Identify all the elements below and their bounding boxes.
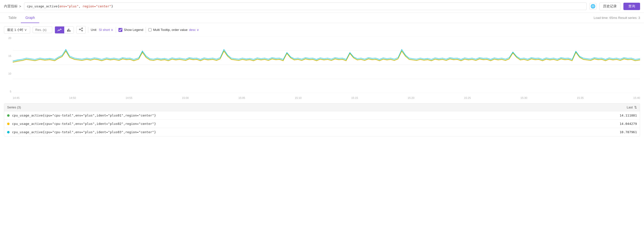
series-value-3: 10.787961 bbox=[608, 130, 637, 134]
series-value-2: 14.044279 bbox=[608, 122, 637, 126]
series-line-1 bbox=[13, 51, 640, 62]
series-header-last: Last ⇅ bbox=[608, 106, 637, 109]
x-label-1505: 15:05 bbox=[238, 96, 245, 99]
breadcrumb-text: 内置指标 bbox=[4, 4, 18, 8]
globe-icon[interactable]: 🌐 bbox=[590, 3, 596, 10]
x-label-1450: 14:50 bbox=[69, 96, 76, 99]
x-label-1520: 15:20 bbox=[408, 96, 414, 99]
show-legend-label: Show Legend bbox=[124, 28, 144, 32]
query-input[interactable]: cpu_usage_active{env="plus", region="cen… bbox=[24, 2, 586, 10]
x-label-1445: 14:45 bbox=[13, 96, 20, 99]
share-icon bbox=[79, 28, 83, 32]
y-label-10: 10 bbox=[8, 72, 11, 75]
x-label-1510: 15:10 bbox=[295, 96, 302, 99]
x-label-1535: 15:35 bbox=[577, 96, 584, 99]
tabs-bar: Table Graph Load time: 65ms Result serie… bbox=[0, 13, 644, 23]
svg-point-5 bbox=[79, 29, 80, 30]
series-table: Series (3) Last ⇅ cpu_usage_active{cpu="… bbox=[4, 103, 640, 136]
series-header: Series (3) Last ⇅ bbox=[4, 104, 640, 111]
series-row[interactable]: cpu_usage_active{cpu="cpu-total",env="pl… bbox=[4, 111, 640, 120]
unit-select[interactable]: SI short ∨ bbox=[99, 28, 113, 32]
multi-tooltip-toggle[interactable]: Multi Tooltip, order value desc ∨ bbox=[148, 28, 199, 32]
svg-line-7 bbox=[80, 30, 82, 30]
series-dot-2 bbox=[7, 123, 10, 125]
unit-label: Unit bbox=[91, 28, 96, 32]
series-dot-1 bbox=[7, 114, 10, 117]
chart-wrap: 20 15 10 5 14:45 bbox=[4, 36, 640, 100]
series-value-1: 14.111881 bbox=[608, 114, 637, 117]
svg-point-3 bbox=[82, 28, 83, 29]
chart-type-buttons bbox=[55, 26, 74, 34]
history-button[interactable]: 历史记录 bbox=[599, 2, 620, 10]
series-line-2 bbox=[13, 52, 640, 62]
series-header-name: Series (3) bbox=[7, 106, 608, 109]
series-row[interactable]: cpu_usage_active{cpu="cpu-total",env="pl… bbox=[4, 120, 640, 128]
controls-bar: 最近 1 小时 ∨ Unit SI short ∨ Show Leg bbox=[0, 23, 644, 36]
svg-rect-1 bbox=[68, 29, 69, 32]
query-button[interactable]: 查询 bbox=[624, 3, 640, 10]
x-label-1540: 15:40 bbox=[633, 96, 640, 99]
share-button[interactable] bbox=[76, 26, 86, 34]
y-label-5: 5 bbox=[10, 90, 11, 93]
x-label-1525: 15:25 bbox=[464, 96, 471, 99]
sort-icon[interactable]: ⇅ bbox=[634, 106, 637, 109]
series-name-2: cpu_usage_active{cpu="cpu-total",env="pl… bbox=[12, 122, 608, 126]
x-label-1500: 15:00 bbox=[182, 96, 189, 99]
breadcrumb: 内置指标 > bbox=[4, 4, 21, 8]
chart-container: 20 15 10 5 14:45 bbox=[0, 36, 644, 100]
x-label-1455: 14:55 bbox=[126, 96, 132, 99]
y-label-15: 15 bbox=[8, 54, 11, 58]
bar-chart-button[interactable] bbox=[64, 26, 74, 33]
svg-point-4 bbox=[82, 30, 83, 31]
tab-table[interactable]: Table bbox=[4, 13, 21, 23]
breadcrumb-sep: > bbox=[19, 4, 21, 8]
svg-rect-0 bbox=[67, 30, 68, 32]
multi-tooltip-checkbox[interactable] bbox=[148, 28, 152, 32]
meta-info: Load time: 65ms Result series: 3 bbox=[594, 16, 640, 20]
tab-graph[interactable]: Graph bbox=[21, 13, 39, 23]
resolution-input[interactable] bbox=[32, 26, 52, 33]
x-axis: 14:45 14:50 14:55 15:00 15:05 15:10 15:1… bbox=[13, 93, 640, 100]
order-select[interactable]: desc ∨ bbox=[189, 28, 199, 32]
chart-svg bbox=[13, 36, 640, 93]
show-legend-checkbox[interactable] bbox=[118, 28, 122, 32]
top-bar: 内置指标 > cpu_usage_active{env="plus", regi… bbox=[0, 0, 644, 13]
y-axis: 20 15 10 5 bbox=[4, 36, 13, 93]
bar-chart-icon bbox=[67, 28, 71, 32]
series-name-3: cpu_usage_active{cpu="cpu-total",env="pl… bbox=[12, 130, 608, 134]
line-chart-button[interactable] bbox=[55, 26, 64, 33]
time-range-button[interactable]: 最近 1 小时 ∨ bbox=[4, 26, 30, 34]
divider-1 bbox=[88, 27, 88, 33]
divider-3 bbox=[146, 27, 146, 33]
divider-2 bbox=[116, 27, 116, 33]
svg-rect-2 bbox=[70, 30, 70, 32]
x-label-1515: 15:15 bbox=[351, 96, 358, 99]
svg-line-6 bbox=[80, 28, 82, 30]
series-row[interactable]: cpu_usage_active{cpu="cpu-total",env="pl… bbox=[4, 128, 640, 136]
series-dot-3 bbox=[7, 131, 10, 134]
chart-svg-area bbox=[13, 36, 640, 93]
line-chart-icon bbox=[58, 28, 62, 32]
show-legend-toggle[interactable]: Show Legend bbox=[118, 28, 144, 32]
series-name-1: cpu_usage_active{cpu="cpu-total",env="pl… bbox=[12, 114, 608, 117]
y-label-20: 20 bbox=[8, 36, 11, 40]
tooltip-label-text: Multi Tooltip, order value bbox=[153, 28, 188, 32]
x-label-1530: 15:30 bbox=[520, 96, 527, 99]
